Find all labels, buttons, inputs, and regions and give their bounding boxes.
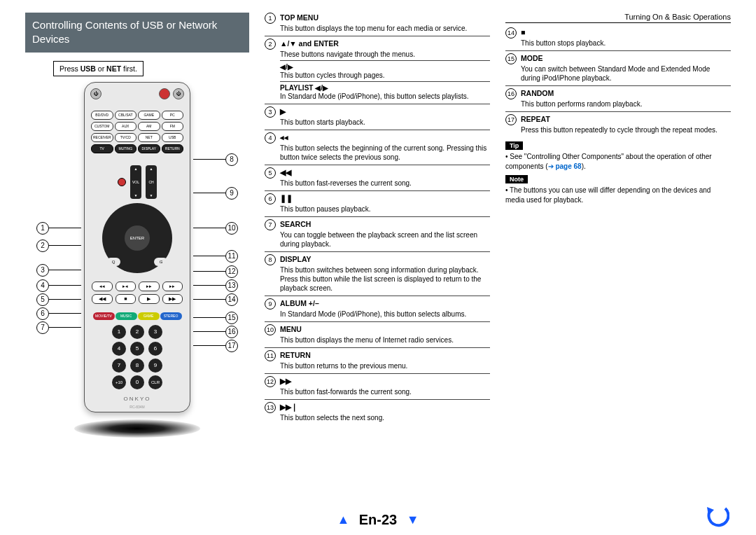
callout-11: 11 xyxy=(225,250,238,263)
callout-6: 6 xyxy=(36,307,49,320)
transport-button: ▶▶ xyxy=(162,294,183,304)
back-icon[interactable] xyxy=(704,504,729,529)
src-button: RECEIVER xyxy=(91,133,113,142)
prev-page-icon[interactable]: ▲ xyxy=(337,513,349,527)
src-button: NET xyxy=(138,133,160,142)
hint-mid: or xyxy=(96,64,106,73)
nav-ring: ENTER Q G xyxy=(102,203,172,273)
callout-12: 12 xyxy=(225,265,238,278)
num-button: 1 xyxy=(112,325,126,339)
next-page-icon[interactable]: ▼ xyxy=(407,513,419,527)
transport-button: ◂◂ xyxy=(92,282,113,291)
num-button: 8 xyxy=(130,359,144,373)
callout-8: 8 xyxy=(225,153,238,166)
callout-16: 16 xyxy=(225,326,238,338)
brand-label: ONKYO xyxy=(85,396,190,402)
note-tag: Note xyxy=(505,175,528,183)
enter-button: ENTER xyxy=(125,225,150,251)
callout-4: 4 xyxy=(36,279,49,292)
hint-box: Press USB or NET first. xyxy=(53,61,144,76)
item-4: 4◂◂This button selects the beginning of … xyxy=(265,130,490,162)
power-icon: ⏻ xyxy=(173,88,184,99)
remote-body: ⏻ ⏻ BD/DVD CBL/SAT GAME PC CUSTOM AUX xyxy=(84,82,190,412)
transport-button: ■ xyxy=(115,294,136,304)
src-button: TV xyxy=(91,144,113,153)
callout-14: 14 xyxy=(225,293,238,306)
callout-17: 17 xyxy=(225,340,238,352)
item-6: 6❚❚This button pauses playback. xyxy=(265,190,490,214)
item-14: 14■This button stops playback. xyxy=(505,27,731,48)
src-button: RETURN xyxy=(162,144,184,153)
transport-button: ▸▸ xyxy=(162,282,183,291)
num-button: 7 xyxy=(112,359,126,373)
src-button: AM xyxy=(138,122,160,131)
callout-1: 1 xyxy=(36,222,49,235)
hint-pre: Press xyxy=(59,64,80,73)
transport-button: ◀◀ xyxy=(92,294,113,304)
item-7: 7SEARCHYou can toggle between the playba… xyxy=(265,216,490,249)
src-button: PC xyxy=(162,111,184,120)
src-button: FM xyxy=(162,122,184,131)
num-button: 3 xyxy=(148,325,162,339)
src-button: USB xyxy=(162,133,184,142)
item-15: 15MODEYou can switch between Standard Mo… xyxy=(505,50,731,83)
num-button: 6 xyxy=(148,342,162,356)
item-9: 9ALBUM +/–In Standard Mode (iPod/iPhone)… xyxy=(265,296,490,319)
power-icon: ⏻ xyxy=(90,88,102,99)
page-number: En-23 xyxy=(359,512,397,528)
item-8: 8DISPLAYThis button switches between son… xyxy=(265,251,490,293)
section-title: Controlling Contents of USB or Network D… xyxy=(25,13,249,53)
model-label: RC-834M xyxy=(85,405,190,409)
callout-5: 5 xyxy=(36,293,49,306)
power-icon xyxy=(159,88,170,99)
nav-g: G xyxy=(154,258,168,266)
note-text: The buttons you can use will differ depe… xyxy=(505,186,731,204)
color-button: GAME xyxy=(138,312,160,320)
num-button: 9 xyxy=(148,359,162,373)
callout-10: 10 xyxy=(225,222,238,235)
item-12: 12▶▶This button fast-forwards the curren… xyxy=(265,373,490,396)
src-button: TV/CD xyxy=(115,133,137,142)
src-button: CBL/SAT xyxy=(115,111,137,120)
callout-13: 13 xyxy=(225,279,238,292)
num-button: 4 xyxy=(112,342,126,356)
num-button: +10 xyxy=(112,375,126,389)
transport-button: ▸▸ xyxy=(139,282,160,291)
color-button: MOVIE/TV xyxy=(93,312,115,320)
num-button: CLR xyxy=(148,375,162,389)
vol-rocker: ▲VOL▼ xyxy=(130,165,141,199)
item-5: 5◀◀This button fast-reverses the current… xyxy=(265,165,490,188)
transport-button: ▶ xyxy=(139,294,160,304)
num-button: 5 xyxy=(130,342,144,356)
item-2: 2▲/▼ and ENTERThese buttons navigate thr… xyxy=(265,36,490,101)
hint-b1: USB xyxy=(80,64,96,73)
page-link[interactable]: page 68 xyxy=(555,162,581,170)
num-button: 2 xyxy=(130,325,144,339)
remote-shadow xyxy=(74,419,200,438)
item-1: 1TOP MENUThis button displays the top me… xyxy=(265,13,490,33)
color-button: MUSIC xyxy=(115,312,137,320)
hint-post: first. xyxy=(121,64,137,73)
src-button: BD/DVD xyxy=(91,111,113,120)
tip-text: See "Controlling Other Components" about… xyxy=(505,152,731,171)
ch-rocker: ▲CH▼ xyxy=(146,165,157,199)
desc-column-b: Turning On & Basic Operations 14■This bu… xyxy=(505,13,731,438)
src-button: GAME xyxy=(138,111,160,120)
src-button: DISPLAY xyxy=(138,144,160,153)
num-button: 0 xyxy=(130,375,144,389)
item-11: 11RETURNThis button returns to the previ… xyxy=(265,347,490,370)
src-button: AUX xyxy=(115,122,137,131)
item-16: 16RANDOMThis button performs random play… xyxy=(505,85,731,109)
remote-illustration: 1 2 3 4 5 6 7 8 9 10 11 12 13 xyxy=(32,82,242,438)
item-3: 3▶This button starts playback. xyxy=(265,104,490,127)
callout-2: 2 xyxy=(36,239,49,252)
src-button: MUTING xyxy=(115,144,137,153)
breadcrumb: Turning On & Basic Operations xyxy=(505,13,731,23)
callout-9: 9 xyxy=(225,187,238,200)
src-button: CUSTOM xyxy=(91,122,113,131)
desc-column-a: 1TOP MENUThis button displays the top me… xyxy=(265,13,490,438)
callout-7: 7 xyxy=(36,321,49,334)
footer-nav: ▲ En-23 ▼ xyxy=(0,511,756,528)
color-button: STEREO xyxy=(160,312,182,320)
transport-button: ▸◂ xyxy=(115,282,136,291)
